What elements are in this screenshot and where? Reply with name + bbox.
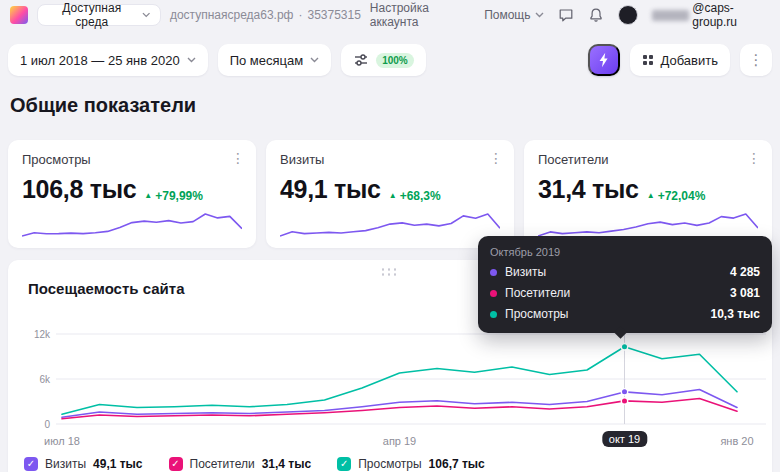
kebab-icon[interactable]: ⋮ — [231, 150, 245, 166]
x-axis: июл 18апр 19окт 19янв 20 — [8, 432, 772, 454]
checkbox-checked-icon: ✓ — [24, 457, 38, 471]
date-range-picker[interactable]: 1 июл 2018 — 25 янв 2020 — [8, 44, 208, 76]
check-icon: ✓ — [27, 459, 35, 469]
chevron-down-icon — [142, 12, 150, 18]
blurred-username — [652, 10, 690, 21]
card-value: 106,8 тыс — [22, 175, 136, 204]
card-value: 49,1 тыс — [280, 175, 381, 204]
grid-icon — [642, 54, 654, 66]
account-settings-link[interactable]: Настройка аккаунта — [370, 1, 470, 29]
metrica-dashboard: Доступная среда доступнаясреда63.рф · 35… — [0, 0, 780, 472]
tooltip-row: Просмотры 10,3 тыс — [490, 307, 760, 321]
checkbox-checked-icon: ✓ — [169, 457, 183, 471]
add-widget-button[interactable]: Добавить — [630, 44, 730, 76]
legend-item-visits[interactable]: ✓ Визиты 49,1 тыс — [24, 457, 143, 471]
chart-legend: ✓ Визиты 49,1 тыс ✓ Посетители 31,4 тыс … — [24, 457, 485, 471]
tooltip-title: Октябрь 2019 — [490, 246, 760, 258]
bell-icon[interactable] — [588, 7, 604, 23]
legend-value: 49,1 тыс — [93, 457, 143, 471]
traffic-chart[interactable]: 06k12k — [16, 320, 772, 432]
card-views: Просмотры ⋮ 106,8 тыс ▲ +79,99% — [8, 140, 256, 248]
series-dot-icon — [490, 311, 497, 318]
sampling-button[interactable]: 100% — [341, 44, 426, 76]
chevron-down-icon — [310, 57, 319, 63]
counter-meta: доступнаясреда63.рф · 35375315 — [170, 8, 361, 22]
date-range-label: 1 июл 2018 — 25 янв 2020 — [20, 53, 180, 68]
toolbar: 1 июл 2018 — 25 янв 2020 По месяцам 100%… — [8, 44, 772, 76]
assistant-button[interactable] — [588, 44, 620, 76]
kebab-icon[interactable]: ⋮ — [747, 150, 761, 166]
x-axis-label: окт 19 — [602, 431, 647, 447]
sparkline-chart — [280, 208, 500, 240]
card-title: Визиты — [280, 152, 500, 167]
tooltip-label: Посетители — [505, 286, 570, 300]
tooltip-row: Посетители 3 081 — [490, 286, 760, 300]
check-icon: ✓ — [171, 459, 179, 469]
legend-item-views[interactable]: ✓ Просмотры 106,7 тыс — [337, 457, 485, 471]
chat-icon[interactable] — [558, 7, 574, 23]
counter-switcher[interactable]: Доступная среда — [37, 4, 161, 26]
legend-label: Просмотры — [358, 457, 421, 471]
legend-label: Посетители — [190, 457, 255, 471]
counter-name: Доступная среда — [47, 1, 136, 29]
delta-value: +68,3% — [400, 189, 441, 203]
grouping-select[interactable]: По месяцам — [218, 44, 332, 76]
tooltip-value: 4 285 — [730, 265, 760, 279]
svg-text:12k: 12k — [34, 329, 51, 340]
tooltip-row: Визиты 4 285 — [490, 265, 760, 279]
svg-text:0: 0 — [44, 419, 50, 430]
x-axis-label: апр 19 — [383, 435, 416, 447]
sampling-badge: 100% — [376, 53, 414, 68]
counter-domain: доступнаясреда63.рф — [170, 8, 294, 22]
triangle-up-icon: ▲ — [389, 192, 397, 200]
user-email[interactable]: @caps-group.ru — [652, 1, 771, 29]
card-value-row: 31,4 тыс ▲ +72,04% — [538, 175, 758, 204]
metric-cards: Просмотры ⋮ 106,8 тыс ▲ +79,99% Визиты ⋮… — [8, 140, 772, 248]
card-visitors: Посетители ⋮ 31,4 тыс ▲ +72,04% — [524, 140, 772, 248]
legend-value: 31,4 тыс — [262, 457, 312, 471]
sliders-icon — [353, 52, 369, 68]
chart-title: Посещаемость сайта — [28, 280, 184, 297]
header-right: Настройка аккаунта Помощь @caps-group.ru — [370, 1, 770, 29]
card-value-row: 49,1 тыс ▲ +68,3% — [280, 175, 500, 204]
drag-handle-icon[interactable] — [380, 267, 400, 276]
kebab-icon[interactable]: ⋮ — [489, 150, 503, 166]
kebab-icon: ⋮ — [749, 51, 764, 69]
sparkline-chart — [22, 208, 242, 240]
delta-value: +79,99% — [155, 189, 203, 203]
card-value: 31,4 тыс — [538, 175, 639, 204]
metrica-logo-icon[interactable] — [10, 6, 28, 24]
x-axis-label: янв 20 — [720, 435, 753, 447]
chevron-down-icon — [535, 12, 544, 18]
help-label: Помощь — [484, 8, 530, 22]
lightning-icon — [597, 52, 611, 68]
svg-text:6k: 6k — [39, 374, 51, 385]
triangle-up-icon: ▲ — [647, 192, 655, 200]
card-delta: ▲ +68,3% — [389, 189, 441, 203]
avatar[interactable] — [618, 5, 638, 25]
chart-tooltip: Октябрь 2019 Визиты 4 285 Посетители 3 0… — [478, 236, 772, 333]
card-title: Просмотры — [22, 152, 242, 167]
counter-id: 35375315 — [307, 8, 360, 22]
card-value-row: 106,8 тыс ▲ +79,99% — [22, 175, 242, 204]
series-dot-icon — [490, 290, 497, 297]
delta-value: +72,04% — [658, 189, 706, 203]
tooltip-label: Просмотры — [505, 307, 568, 321]
x-axis-label: июл 18 — [44, 435, 80, 447]
triangle-up-icon: ▲ — [144, 192, 152, 200]
series-dot-icon — [490, 269, 497, 276]
check-icon: ✓ — [340, 459, 348, 469]
card-title: Посетители — [538, 152, 758, 167]
email-domain: @caps-group.ru — [692, 1, 770, 29]
legend-value: 106,7 тыс — [429, 457, 485, 471]
card-delta: ▲ +72,04% — [647, 189, 706, 203]
help-menu[interactable]: Помощь — [484, 8, 543, 22]
top-bar: Доступная среда доступнаясреда63.рф · 35… — [0, 0, 780, 30]
chevron-down-icon — [187, 57, 196, 63]
checkbox-checked-icon: ✓ — [337, 457, 351, 471]
more-menu-button[interactable]: ⋮ — [740, 44, 772, 76]
dot-separator: · — [298, 8, 302, 22]
page-title: Общие показатели — [10, 94, 196, 117]
card-visits: Визиты ⋮ 49,1 тыс ▲ +68,3% — [266, 140, 514, 248]
legend-item-visitors[interactable]: ✓ Посетители 31,4 тыс — [169, 457, 312, 471]
